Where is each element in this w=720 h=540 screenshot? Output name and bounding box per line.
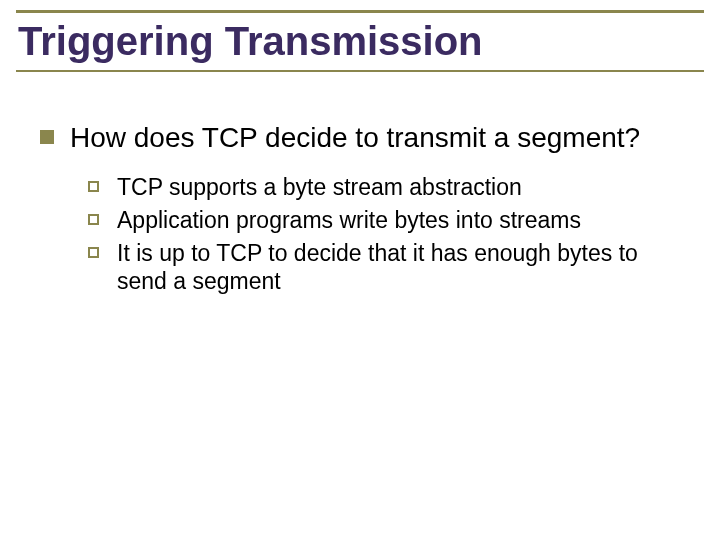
list-item: How does TCP decide to transmit a segmen… xyxy=(40,120,680,155)
outline-bullet-icon xyxy=(88,214,99,225)
sub-bullet-text: TCP supports a byte stream abstraction xyxy=(117,173,522,202)
sub-bullet-text: It is up to TCP to decide that it has en… xyxy=(117,239,680,297)
main-bullet-text: How does TCP decide to transmit a segmen… xyxy=(70,120,640,155)
slide-title: Triggering Transmission xyxy=(16,15,704,70)
list-item: TCP supports a byte stream abstraction xyxy=(88,173,680,202)
title-rule-top xyxy=(16,10,704,13)
square-bullet-icon xyxy=(40,130,54,144)
outline-bullet-icon xyxy=(88,247,99,258)
title-rule-bottom xyxy=(16,70,704,72)
outline-bullet-icon xyxy=(88,181,99,192)
slide: Triggering Transmission How does TCP dec… xyxy=(0,0,720,540)
sub-bullet-text: Application programs write bytes into st… xyxy=(117,206,581,235)
sub-list: TCP supports a byte stream abstraction A… xyxy=(88,173,680,296)
title-block: Triggering Transmission xyxy=(16,10,704,72)
slide-body: How does TCP decide to transmit a segmen… xyxy=(40,120,680,300)
list-item: It is up to TCP to decide that it has en… xyxy=(88,239,680,297)
list-item: Application programs write bytes into st… xyxy=(88,206,680,235)
